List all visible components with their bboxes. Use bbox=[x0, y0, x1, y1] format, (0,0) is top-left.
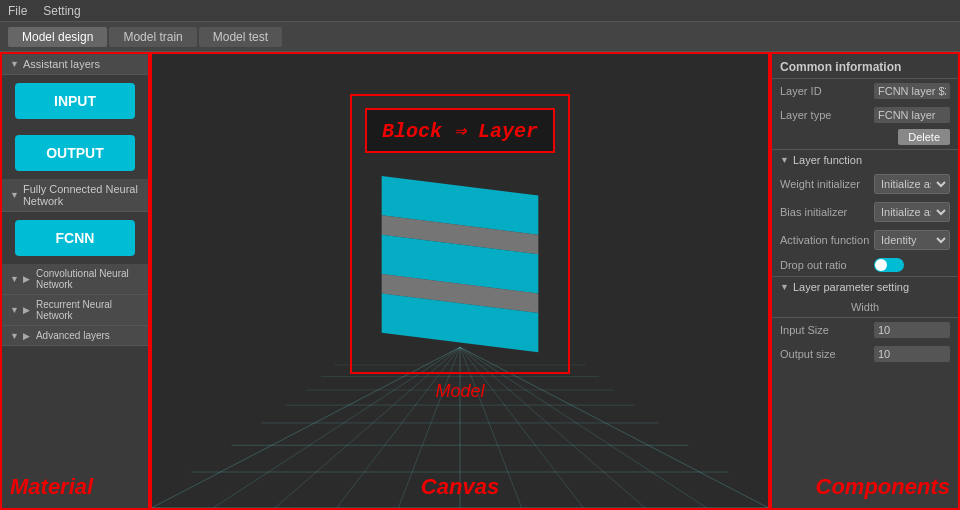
section-fcnn[interactable]: Fully Connected Neural Network bbox=[2, 179, 148, 212]
main-content: Assistant layers INPUT OUTPUT Fully Conn… bbox=[0, 52, 960, 510]
layer-type-label: Layer type bbox=[780, 109, 870, 121]
components-panel: Common information Layer ID Layer type D… bbox=[770, 52, 960, 510]
layer-id-label: Layer ID bbox=[780, 85, 870, 97]
input-layer-btn[interactable]: INPUT bbox=[15, 83, 135, 119]
layer-type-row: Layer type bbox=[772, 103, 958, 127]
section-assistant-layers[interactable]: Assistant layers bbox=[2, 54, 148, 75]
fcnn-layer-btn[interactable]: FCNN bbox=[15, 220, 135, 256]
layer-visualization bbox=[362, 176, 558, 362]
section-cnn[interactable]: ▶ Convolutional Neural Network bbox=[2, 264, 148, 295]
weight-init-row: Weight initializer Initialize as global … bbox=[772, 170, 958, 198]
dropout-row: Drop out ratio bbox=[772, 254, 958, 276]
toggle-thumb bbox=[875, 259, 887, 271]
section-assistant-label: Assistant layers bbox=[23, 58, 100, 70]
dropout-toggle[interactable] bbox=[874, 258, 904, 272]
model-label: Model bbox=[435, 381, 484, 402]
tab-model-test[interactable]: Model test bbox=[199, 27, 282, 47]
input-size-input[interactable] bbox=[874, 322, 950, 338]
fcnn-vis-svg bbox=[362, 176, 558, 362]
dropout-label: Drop out ratio bbox=[780, 259, 870, 271]
layer-param-title[interactable]: Layer parameter setting bbox=[772, 277, 958, 297]
layer-function-section: Layer function Weight initializer Initia… bbox=[772, 149, 958, 276]
output-size-label: Output size bbox=[780, 348, 870, 360]
block-layer-label: Block ⇒ Layer bbox=[365, 108, 555, 153]
output-layer-btn[interactable]: OUTPUT bbox=[15, 135, 135, 171]
layer-param-section: Layer parameter setting Width Input Size… bbox=[772, 276, 958, 366]
model-box: Block ⇒ Layer Model bbox=[350, 94, 570, 374]
menu-bar: File Setting bbox=[0, 0, 960, 22]
section-advanced[interactable]: ▶ Advanced layers bbox=[2, 326, 148, 346]
output-size-input[interactable] bbox=[874, 346, 950, 362]
bias-init-row: Bias initializer Initialize as global se… bbox=[772, 198, 958, 226]
input-size-row: Input Size bbox=[772, 318, 958, 342]
activation-select[interactable]: Identity bbox=[874, 230, 950, 250]
section-advanced-label: Advanced layers bbox=[36, 330, 110, 341]
bias-init-label: Bias initializer bbox=[780, 206, 870, 218]
weight-init-label: Weight initializer bbox=[780, 178, 870, 190]
layer-function-title[interactable]: Layer function bbox=[772, 150, 958, 170]
menu-file[interactable]: File bbox=[8, 4, 27, 18]
section-cnn-label: Convolutional Neural Network bbox=[36, 268, 140, 290]
material-panel: Assistant layers INPUT OUTPUT Fully Conn… bbox=[0, 52, 150, 510]
canvas-panel[interactable]: Block ⇒ Layer Model Canvas bbox=[150, 52, 770, 510]
delete-button[interactable]: Delete bbox=[898, 129, 950, 145]
canvas-label: Canvas bbox=[421, 474, 499, 500]
common-info-title: Common information bbox=[772, 54, 958, 79]
weight-init-select[interactable]: Initialize as global setting bbox=[874, 174, 950, 194]
section-fcnn-label: Fully Connected Neural Network bbox=[23, 183, 140, 207]
input-size-label: Input Size bbox=[780, 324, 870, 336]
components-label: Components bbox=[816, 474, 950, 500]
activation-label: Activation function bbox=[780, 234, 870, 246]
tab-model-design[interactable]: Model design bbox=[8, 27, 107, 47]
output-size-row: Output size bbox=[772, 342, 958, 366]
material-label: Material bbox=[10, 474, 93, 500]
layer-id-row: Layer ID bbox=[772, 79, 958, 103]
menu-setting[interactable]: Setting bbox=[43, 4, 80, 18]
section-rnn[interactable]: ▶ Recurrent Neural Network bbox=[2, 295, 148, 326]
activation-row: Activation function Identity bbox=[772, 226, 958, 254]
toolbar: Model design Model train Model test bbox=[0, 22, 960, 52]
tab-model-train[interactable]: Model train bbox=[109, 27, 196, 47]
layer-type-input[interactable] bbox=[874, 107, 950, 123]
section-rnn-label: Recurrent Neural Network bbox=[36, 299, 140, 321]
width-header: Width bbox=[772, 297, 958, 318]
layer-id-input[interactable] bbox=[874, 83, 950, 99]
bias-init-select[interactable]: Initialize as global setting bbox=[874, 202, 950, 222]
